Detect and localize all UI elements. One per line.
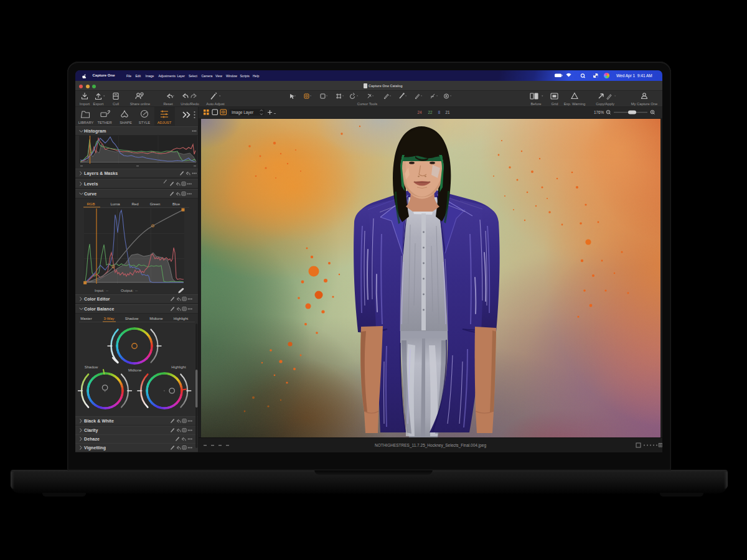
svg-text:Cursor Tools: Cursor Tools (357, 102, 378, 106)
svg-text:22: 22 (428, 110, 433, 114)
svg-text:Shadow: Shadow (85, 365, 98, 369)
svg-text:My Capture One: My Capture One (631, 102, 658, 106)
svg-text:176%: 176% (594, 110, 604, 114)
svg-text:Share online: Share online (130, 102, 151, 106)
svg-text:--: -- (106, 288, 108, 292)
svg-text:Highlight: Highlight (171, 365, 186, 369)
svg-text:Exp. Warning: Exp. Warning (564, 102, 586, 106)
svg-text:Midtone: Midtone (149, 317, 163, 320)
svg-text:Green: Green (150, 202, 161, 206)
svg-text:Luma: Luma (110, 202, 120, 206)
svg-text:Red: Red (131, 202, 138, 206)
svg-text:Blue: Blue (172, 202, 181, 206)
svg-text:Midtone: Midtone (128, 368, 142, 372)
svg-text:Highlight: Highlight (174, 317, 189, 320)
svg-text:21: 21 (445, 110, 450, 114)
svg-text:Before: Before (530, 102, 541, 106)
svg-text:Auto Adjust: Auto Adjust (206, 102, 225, 106)
svg-text:Export: Export (93, 102, 104, 106)
svg-text:Output:: Output: (121, 288, 134, 292)
svg-text:SHAPE: SHAPE (120, 121, 132, 124)
svg-text:8: 8 (438, 110, 441, 114)
svg-text:Copy/Apply: Copy/Apply (596, 102, 614, 106)
svg-text:Master: Master (80, 317, 92, 320)
svg-text:ADJUST: ADJUST (157, 121, 172, 124)
svg-text:RGB: RGB (87, 202, 95, 206)
svg-text:3-Way: 3-Way (103, 317, 114, 320)
svg-text:LIBRARY: LIBRARY (78, 121, 94, 124)
svg-text:Input:: Input: (95, 288, 105, 292)
svg-text:Shadow: Shadow (125, 317, 139, 320)
svg-text:Undo/Redo: Undo/Redo (181, 102, 199, 106)
svg-text:24: 24 (417, 110, 422, 114)
svg-text:--: -- (135, 288, 138, 292)
svg-text:STYLE: STYLE (139, 121, 150, 124)
svg-text:Reset: Reset (163, 102, 173, 106)
svg-text:Cull: Cull (113, 102, 119, 106)
svg-text:TETHER: TETHER (97, 121, 111, 124)
svg-text:Image Layer: Image Layer (232, 110, 253, 115)
svg-text:Grid: Grid (552, 102, 558, 106)
svg-text:Import: Import (80, 102, 90, 106)
